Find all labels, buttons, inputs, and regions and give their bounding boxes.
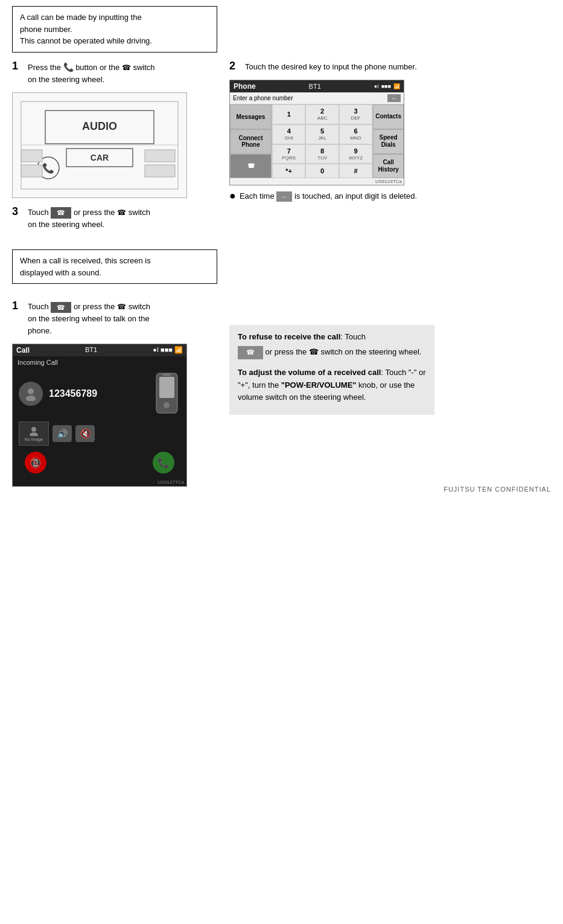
- incoming-info: 123456789: [13, 368, 186, 419]
- volume-btn[interactable]: 🔊: [52, 425, 72, 442]
- section2-info-line1: When a call is received, this screen is: [20, 255, 209, 267]
- section2-info-line2: displayed with a sound.: [20, 267, 209, 279]
- phone-right-sidebar: Contacts SpeedDials CallHistory: [372, 104, 404, 178]
- step2-content: Touch the desired key to input the phone…: [245, 61, 551, 73]
- top-info-box: A call can be made by inputting the phon…: [12, 6, 217, 53]
- call-btn-incoming: ☎: [51, 302, 71, 313]
- keypad-area: Messages ConnectPhone ☎ 1 2ABC 3DEF 4GHI…: [230, 104, 404, 178]
- backspace-btn[interactable]: ←: [387, 94, 401, 102]
- section2-info-box: When a call is received, this screen is …: [12, 249, 217, 284]
- step3-num: 3: [12, 205, 24, 218]
- connect-phone-btn[interactable]: ConnectPhone: [230, 129, 272, 154]
- svg-point-13: [26, 396, 36, 401]
- key-hash[interactable]: #: [339, 164, 372, 178]
- svg-point-12: [28, 388, 34, 394]
- phone-screen-id: US9124TCa: [230, 178, 404, 185]
- info-line3: This cannot be operated while driving.: [20, 35, 209, 47]
- phone-switch-icon1: ☎: [122, 63, 131, 72]
- refuse-para1: To refuse to receive the call: Touch ☎ o…: [238, 331, 426, 361]
- speed-dials-btn[interactable]: SpeedDials: [373, 129, 404, 154]
- key-1[interactable]: 1: [272, 104, 305, 124]
- key-star[interactable]: *+: [272, 164, 305, 178]
- contacts-btn[interactable]: Contacts: [373, 104, 404, 129]
- key-3[interactable]: 3DEF: [339, 104, 372, 124]
- key-8[interactable]: 8TUV: [305, 144, 339, 164]
- phone-screen-title: Phone: [234, 82, 256, 91]
- step3: 3 Touch ☎ or press the ☎ switch on the s…: [12, 207, 223, 230]
- info-line2: phone number.: [20, 24, 209, 36]
- signal-icon3: 📶: [393, 83, 400, 89]
- footer: FUJITSU TEN CONFIDENTIAL: [444, 486, 551, 493]
- call-screen-header: Call BT1 ●I ■■■ 📶: [13, 344, 186, 356]
- svg-point-18: [31, 427, 36, 432]
- step1-line2: on the steering wheel.: [28, 75, 104, 84]
- key-0[interactable]: 0: [305, 164, 339, 178]
- svg-point-19: [30, 432, 38, 436]
- incoming-call-screen: Call BT1 ●I ■■■ 📶 Incoming Call 12345678…: [12, 344, 187, 487]
- call-bt-label: BT1: [85, 346, 97, 355]
- phone-input-row: Enter a phone number ←: [230, 92, 404, 104]
- step3-line2: on the steering wheel.: [28, 220, 104, 229]
- section1-left: 1 Press the 📞 button or the ☎ switch on …: [12, 61, 223, 238]
- section2-divider: When a call is received, this screen is …: [12, 249, 551, 292]
- phone-screen-header: Phone BT1 ●I ■■■ 📶: [230, 80, 404, 92]
- phone-switch-icon3: ☎: [117, 208, 126, 217]
- refuse-title-bold: To refuse to receive the call: [238, 332, 340, 341]
- phone-status: ●I ■■■ 📶: [374, 83, 400, 89]
- call-end-btn-keypad[interactable]: ☎: [230, 154, 272, 179]
- svg-point-16: [164, 402, 170, 408]
- step1-incoming-num: 1: [12, 300, 24, 312]
- refuse-box: To refuse to receive the call: Touch ☎ o…: [229, 325, 434, 415]
- mute-btn[interactable]: 🔇: [75, 425, 95, 442]
- call-controls: No Image 🔊 🔇: [13, 419, 186, 448]
- call-history-btn[interactable]: CallHistory: [373, 154, 404, 179]
- svg-rect-10: [21, 150, 42, 162]
- footer-text: FUJITSU TEN CONFIDENTIAL: [444, 486, 551, 493]
- messages-btn[interactable]: Messages: [230, 104, 272, 129]
- svg-rect-11: [21, 165, 42, 177]
- phone-input-placeholder: Enter a phone number: [233, 95, 293, 101]
- step3-switch-label: switch: [129, 208, 150, 217]
- answer-call-btn[interactable]: 📞: [153, 452, 174, 473]
- phone-handset-img: [153, 372, 180, 415]
- keypad-grid: 1 2ABC 3DEF 4GHI 5JKL 6MNO 7PQRS 8TUV 9W…: [272, 104, 372, 178]
- car-diagram: AUDIO CAR 📞: [12, 92, 187, 198]
- signal-icon2: ■■■: [381, 83, 391, 89]
- key-5[interactable]: 5JKL: [305, 124, 339, 144]
- caller-number: 123456789: [49, 388, 97, 399]
- call-screen-id: US3127TCa: [13, 478, 186, 486]
- section1-layout: 1 Press the 📞 button or the ☎ switch on …: [12, 61, 551, 238]
- step2-text: Touch the desired key to input the phone…: [245, 61, 551, 73]
- incoming-label: Incoming Call: [13, 356, 186, 368]
- call-bottom-controls: 📵 📞: [13, 448, 186, 478]
- svg-rect-8: [145, 150, 175, 162]
- section1-right: 2 Touch the desired key to input the pho…: [229, 61, 551, 238]
- phone-left-panel: Messages ConnectPhone ☎: [230, 104, 272, 178]
- bullet-note: ● Each time ← is touched, an input digit…: [229, 190, 551, 202]
- step1-num: 1: [12, 60, 24, 72]
- section2-left: 1 Touch ☎ or press the ☎ switch on the s…: [12, 301, 223, 487]
- key-7[interactable]: 7PQRS: [272, 144, 305, 164]
- caller-avatar: [19, 382, 43, 406]
- svg-rect-9: [145, 165, 175, 177]
- section2-right: To refuse to receive the call: Touch ☎ o…: [229, 301, 551, 487]
- backspace-inline: ←: [276, 191, 292, 202]
- key-9[interactable]: 9WXYZ: [339, 144, 372, 164]
- refuse-call-btn: ☎: [238, 346, 263, 359]
- step1-incoming: 1 Touch ☎ or press the ☎ switch on the s…: [12, 301, 223, 336]
- phone-keypad-screen: Phone BT1 ●I ■■■ 📶 Enter a phone number …: [229, 80, 404, 185]
- step1-incoming-text: Touch ☎ or press the ☎ switch on the ste…: [28, 301, 223, 336]
- step1-switch-label: switch: [133, 63, 154, 72]
- bullet-text: Each time ← is touched, an input digit i…: [240, 190, 417, 202]
- svg-rect-15: [159, 377, 174, 398]
- key-6[interactable]: 6MNO: [339, 124, 372, 144]
- svg-rect-17: [162, 374, 171, 376]
- key-2[interactable]: 2ABC: [305, 104, 339, 124]
- bullet-symbol: ●: [229, 190, 236, 201]
- key-4[interactable]: 4GHI: [272, 124, 305, 144]
- call-button-step3: ☎: [51, 207, 71, 219]
- phone-bt-label: BT1: [309, 83, 321, 90]
- step1-incoming-content: Touch ☎ or press the ☎ switch on the ste…: [28, 301, 223, 336]
- step1: 1 Press the 📞 button or the ☎ switch on …: [12, 61, 223, 86]
- end-call-btn[interactable]: 📵: [25, 452, 46, 473]
